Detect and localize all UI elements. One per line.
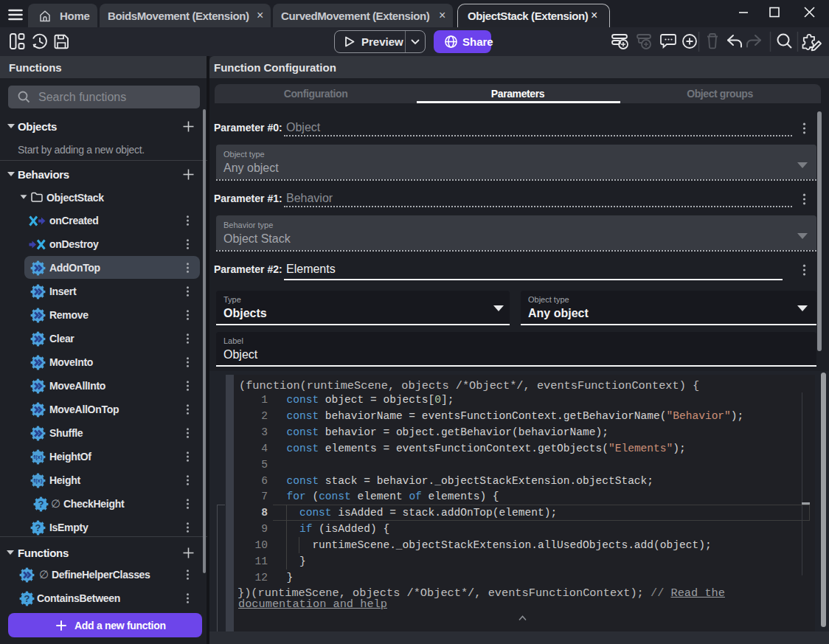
svg-text:?: ?	[24, 593, 30, 604]
svg-text:?: ?	[35, 522, 41, 533]
svg-text:f(x): f(x)	[33, 477, 43, 484]
svg-text:f(x): f(x)	[33, 454, 43, 460]
svg-text:?: ?	[38, 499, 44, 510]
